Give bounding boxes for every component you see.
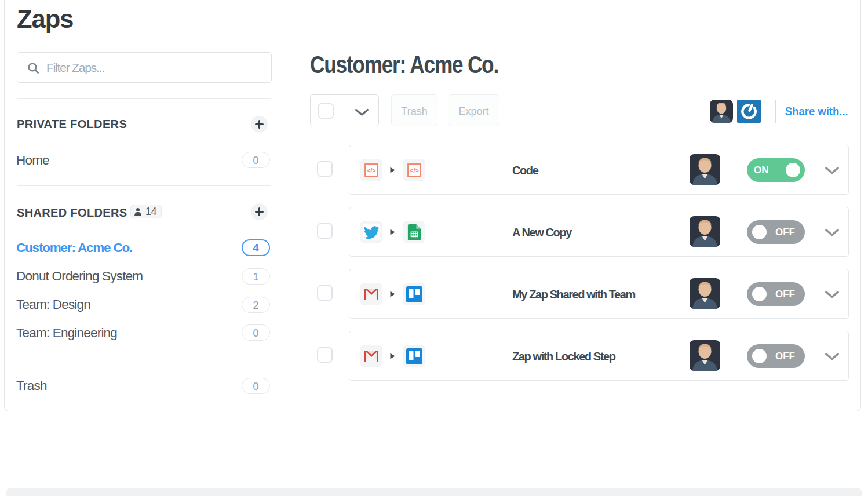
svg-text:</>: </> bbox=[410, 167, 418, 174]
svg-text:</>: </> bbox=[367, 167, 375, 174]
